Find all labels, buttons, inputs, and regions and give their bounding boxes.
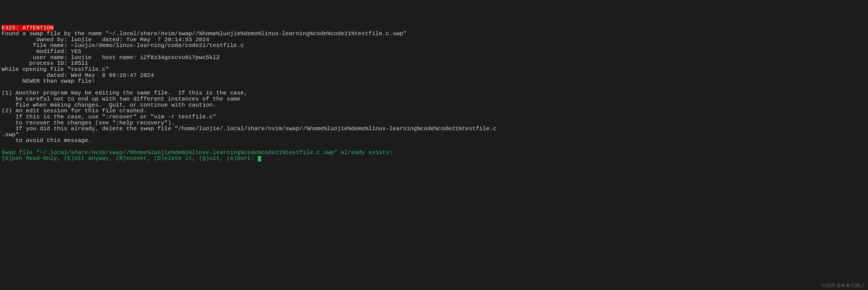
prompt-line[interactable]: [O]pen Read-Only, (E)dit anyway, (R)ecov… (2, 155, 258, 161)
user-name-label: user name: (2, 54, 71, 61)
scenario2-line4: If you did this already, delete the swap… (2, 126, 496, 132)
scenario1-line3: file when making changes. Quit, or conti… (2, 102, 216, 108)
owned-by-label: owned by: (2, 36, 71, 43)
process-id-label: process ID: (2, 60, 71, 66)
scenario2-line1: (2) An edit session for this file crashe… (2, 108, 147, 114)
owned-by-value: luojie dated: Tue May 7 20:14:53 2024 (71, 36, 209, 43)
scenario2-line2: If this is the case, use ":recover" or "… (2, 114, 216, 120)
process-id-value: 18511 (71, 60, 88, 66)
error-header: E325: ATTENTION (2, 25, 54, 31)
dated-label: dated: (2, 72, 71, 78)
watermark-text: CSDN @未来可期LJ (822, 283, 864, 288)
user-name-value: luojie host name: iZf8z34gcscvu9i7pwc5kl… (71, 54, 220, 61)
newer-line: NEWER than swap file! (2, 78, 95, 84)
cursor-icon (258, 156, 261, 161)
scenario2-line3: to recover the changes (see ":help recov… (2, 120, 175, 126)
scenario1-line1: (1) Another program may be editing the s… (2, 90, 247, 96)
scenario2-line6: to avoid this message. (2, 137, 92, 143)
modified-label: modified: (2, 49, 71, 55)
file-name-value: ~luojie/demo/linux-learning/code/code21/… (71, 42, 244, 49)
scenario2-line5: .swp" (2, 132, 19, 138)
while-opening-line: While opening file "testfile.c" (2, 66, 109, 72)
dated-value: Wed May 8 09:26:47 2024 (71, 72, 154, 78)
found-swap-line: Found a swap file by the name "~/.local/… (2, 31, 406, 37)
scenario1-line2: be careful not to end up with two differ… (2, 96, 241, 102)
modified-value: YES (71, 49, 81, 55)
file-name-label: file name: (2, 42, 71, 49)
swap-exists-line: Swap file "~/.local/share/nvim/swap//%ho… (2, 150, 393, 156)
